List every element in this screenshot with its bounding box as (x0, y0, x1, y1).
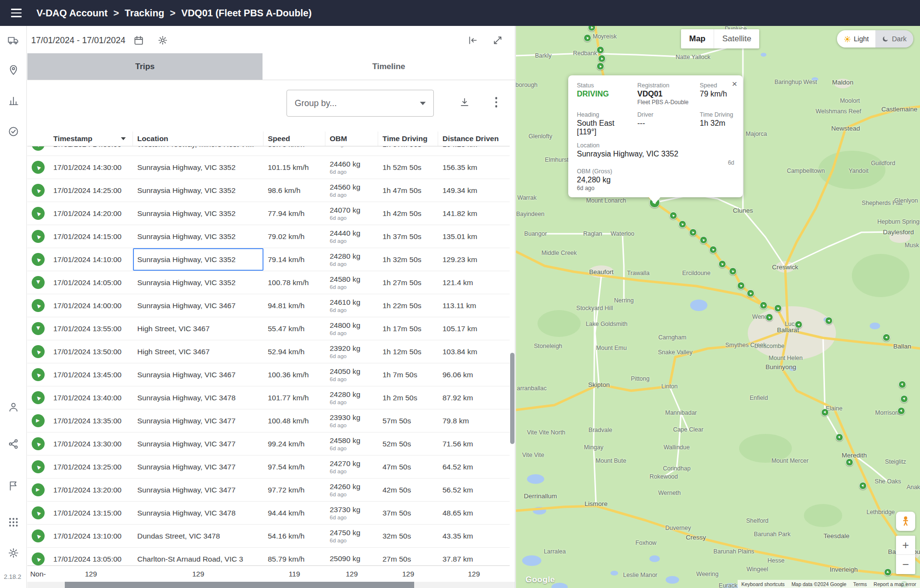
distance-cell[interactable]: 121.4 km (438, 271, 510, 294)
time-driving-cell[interactable]: 1h 22m 50s (378, 294, 438, 317)
attribution-link[interactable]: Map data ©2024 Google (791, 581, 847, 587)
obm-cell[interactable]: 24750 kg6d ago (325, 525, 378, 547)
obm-cell[interactable]: 24800 kg6d ago (325, 317, 378, 340)
column-header[interactable]: Distance Driven (438, 132, 510, 146)
timestamp-cell[interactable]: 17/01/2024 13:30:00 (49, 432, 133, 455)
obm-cell[interactable]: 6d ago (325, 146, 378, 156)
route-marker[interactable]: ▲ (747, 289, 754, 297)
location-cell[interactable]: Sunraysia Highway, VIC 3477 (133, 409, 263, 432)
table-row[interactable]: ▲17/01/2024 13:45:00Sunraysia Highway, V… (27, 363, 510, 386)
route-marker[interactable]: ▲ (774, 304, 782, 312)
close-icon[interactable]: × (732, 79, 737, 88)
map-type-satellite-button[interactable]: Satellite (714, 29, 759, 48)
route-marker[interactable]: ▲ (689, 228, 697, 236)
obm-cell[interactable]: 23920 kg6d ago (325, 340, 378, 363)
timestamp-cell[interactable]: 17/01/2024 13:05:00 (49, 548, 133, 565)
route-marker[interactable]: ▲ (679, 220, 686, 228)
table-row[interactable]: ▲17/01/2024 13:20:00Sunraysia Highway, V… (27, 479, 510, 502)
timestamp-cell[interactable]: 17/01/2024 13:55:00 (49, 317, 133, 340)
distance-cell[interactable]: 56.52 km (438, 479, 510, 501)
street-view-pegman[interactable] (896, 512, 915, 531)
timestamp-cell[interactable]: 17/01/2024 13:10:00 (49, 525, 133, 547)
distance-cell[interactable]: 79.8 km (438, 409, 510, 432)
timestamp-cell[interactable]: 17/01/2024 14:15:00 (49, 225, 133, 248)
time-driving-cell[interactable]: 37m 50s (378, 502, 438, 524)
timestamp-cell[interactable]: 17/01/2024 13:15:00 (49, 502, 133, 524)
column-header[interactable]: Location (133, 132, 263, 146)
column-header[interactable]: Speed (263, 132, 325, 146)
speed-cell[interactable]: 101.15 km/h (263, 156, 325, 179)
distance-cell[interactable]: 164.23 km (438, 146, 510, 156)
reports-chart-icon[interactable] (4, 91, 23, 110)
obm-cell[interactable]: 25090 kg (325, 548, 378, 565)
location-cell[interactable]: Sunraysia Highway, VIC 3352 (133, 225, 263, 248)
attribution-link[interactable]: Terms (853, 581, 867, 587)
timestamp-cell[interactable]: 17/01/2024 13:50:00 (49, 340, 133, 363)
share-icon[interactable] (4, 434, 23, 454)
tab-timeline[interactable]: Timeline (263, 53, 515, 80)
route-marker[interactable]: ▲ (584, 34, 591, 42)
distance-cell[interactable]: 96.06 km (438, 363, 510, 386)
attribution-link[interactable]: Keyboard shortcuts (741, 581, 785, 587)
tab-trips[interactable]: Trips (27, 53, 263, 80)
table-row[interactable]: ▲17/01/2024 14:10:00Sunraysia Highway, V… (27, 248, 510, 271)
distance-cell[interactable]: 105.17 km (438, 317, 510, 340)
time-driving-cell[interactable]: 32m 50s (378, 525, 438, 547)
apps-grid-icon[interactable] (4, 513, 23, 532)
route-marker[interactable]: ▲ (597, 46, 604, 54)
route-marker[interactable]: ▲ (836, 433, 843, 441)
route-marker[interactable]: ▲ (846, 458, 853, 466)
tasks-check-icon[interactable] (4, 122, 23, 141)
timestamp-cell[interactable]: 17/01/2024 13:25:00 (49, 456, 133, 478)
timestamp-cell[interactable]: 17/01/2024 13:45:00 (49, 363, 133, 386)
speed-cell[interactable]: 97.54 km/h (263, 456, 325, 478)
obm-cell[interactable]: 24580 kg6d ago (325, 432, 378, 455)
obm-cell[interactable]: 24280 kg6d ago (325, 248, 378, 271)
time-driving-cell[interactable]: 1h 2m 50s (378, 386, 438, 409)
timestamp-cell[interactable]: 17/01/2024 14:10:00 (49, 248, 133, 271)
speed-cell[interactable]: 88.73 km/h (263, 146, 325, 156)
column-header[interactable]: Time Driving (378, 132, 438, 146)
route-marker[interactable]: ▲ (897, 407, 905, 415)
distance-cell[interactable]: 71.56 km (438, 432, 510, 455)
breadcrumb-section[interactable]: Tracking (125, 8, 164, 19)
speed-cell[interactable]: 100.36 km/h (263, 363, 325, 386)
speed-cell[interactable]: 79.14 km/h (263, 248, 325, 271)
distance-cell[interactable]: 43.35 km (438, 525, 510, 547)
time-driving-cell[interactable]: 1h 37m 50s (378, 225, 438, 248)
table-row[interactable]: ▲17/01/2024 14:30:00Sunraysia Highway, V… (27, 156, 510, 179)
distance-cell[interactable]: 103.84 km (438, 340, 510, 363)
timestamp-cell[interactable]: 17/01/2024 14:20:00 (49, 202, 133, 225)
obm-cell[interactable]: 24460 kg6d ago (325, 156, 378, 179)
speed-cell[interactable]: 100.78 km/h (263, 271, 325, 294)
attribution-link[interactable]: Report a map error (873, 581, 916, 587)
table-row[interactable]: ▲17/01/2024 13:50:00High Street, VIC 346… (27, 340, 510, 363)
location-cell[interactable]: Sunraysia Highway, VIC 3352 (133, 202, 263, 225)
time-driving-cell[interactable]: 1h 42m 50s (378, 202, 438, 225)
route-marker[interactable]: ▲ (884, 568, 892, 576)
timestamp-cell[interactable]: 17/01/2024 13:20:00 (49, 479, 133, 501)
location-cell[interactable]: Sunraysia Highway, VIC 3467 (133, 363, 263, 386)
table-row[interactable]: ▲17/01/2024 14:00:00Sunraysia Highway, V… (27, 294, 510, 317)
route-marker[interactable]: ▲ (729, 267, 737, 275)
time-driving-cell[interactable]: 47m 50s (378, 456, 438, 478)
breadcrumb-account[interactable]: V-DAQ Account (36, 8, 108, 19)
distance-cell[interactable]: 149.34 km (438, 179, 510, 202)
download-icon[interactable] (456, 94, 473, 111)
timestamp-cell[interactable]: 17/01/2024 13:40:00 (49, 386, 133, 409)
light-theme-button[interactable]: Light (837, 30, 875, 48)
time-driving-cell[interactable]: 1h 17m 50s (378, 317, 438, 340)
map-panel[interactable]: DunluceMoyreiskBarklyRedbankNatte Yalloc… (516, 26, 920, 588)
location-cell[interactable]: Sunraysia Highway, VIC 3477 (133, 432, 263, 455)
distance-cell[interactable]: 64.52 km (438, 456, 510, 478)
location-cell[interactable]: Sunraysia Highway, VIC 3477 (133, 479, 263, 501)
distance-cell[interactable]: 135.01 km (438, 225, 510, 248)
vertical-scrollbar-thumb[interactable] (510, 353, 514, 444)
collapse-panel-icon[interactable] (464, 32, 481, 49)
speed-cell[interactable]: 94.44 km/h (263, 502, 325, 524)
location-cell[interactable]: Sunraysia Highway, VIC 3352 (133, 271, 263, 294)
distance-cell[interactable]: 156.35 km (438, 156, 510, 179)
zoom-in-button[interactable]: + (896, 536, 915, 555)
location-pin-icon[interactable] (4, 60, 23, 80)
route-marker[interactable]: ▲ (795, 321, 802, 328)
